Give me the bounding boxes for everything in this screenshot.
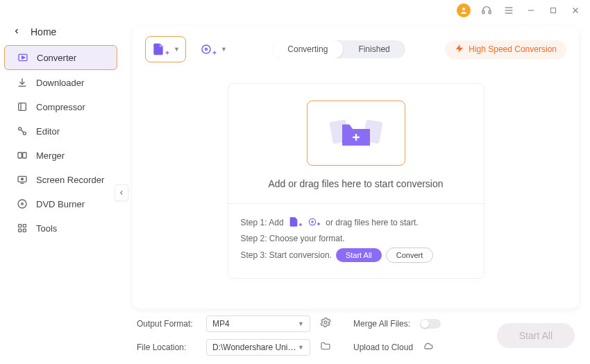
bottom-bar: Output Format: MP4 ▼ Merge All Files: Fi…	[133, 309, 579, 356]
downloader-icon	[17, 77, 28, 88]
output-format-value: MP4	[212, 319, 230, 329]
sidebar-item-label: Downloader	[36, 78, 84, 88]
sidebar-item-tools[interactable]: Tools	[4, 216, 117, 240]
start-all-mini-button[interactable]: Start All	[336, 248, 382, 262]
sidebar-item-downloader[interactable]: Downloader	[4, 71, 117, 94]
add-disc-mini-icon[interactable]	[307, 217, 321, 229]
sidebar-item-converter[interactable]: Converter	[4, 45, 117, 70]
sidebar-item-merger[interactable]: Merger	[4, 144, 117, 167]
start-all-button[interactable]: Start All	[497, 323, 575, 348]
sidebar-item-label: Tools	[36, 223, 57, 234]
merger-icon	[17, 150, 28, 161]
sidebar-item-label: Screen Recorder	[36, 175, 104, 185]
svg-point-43	[312, 220, 313, 222]
svg-rect-26	[23, 225, 26, 227]
add-file-mini-icon[interactable]	[288, 216, 303, 229]
svg-rect-1	[482, 11, 484, 14]
sidebar-item-screen-recorder[interactable]: Screen Recorder	[4, 168, 117, 191]
sidebar-item-label: Merger	[36, 150, 65, 161]
screen-recorder-icon	[17, 174, 28, 185]
sidebar-item-label: Compressor	[36, 102, 85, 112]
chevron-down-icon: ▼	[298, 344, 304, 351]
main: ▼ ▼ Converting Finished Hi	[121, 21, 590, 364]
chevron-down-icon: ▼	[174, 46, 180, 53]
drop-text: Add or drag files here to start conversi…	[242, 178, 470, 189]
sidebar-item-editor[interactable]: Editor	[4, 119, 117, 143]
steps: Step 1: Add or drag files here to start.	[228, 203, 484, 278]
output-format-select[interactable]: MP4 ▼	[206, 315, 310, 332]
sidebar-item-label: DVD Burner	[36, 199, 85, 209]
sidebar-item-label: Editor	[36, 126, 60, 137]
step1-text-b: or drag files here to start.	[326, 218, 418, 227]
svg-marker-11	[22, 56, 25, 59]
svg-point-21	[22, 178, 24, 180]
sidebar-collapse-handle[interactable]	[115, 184, 128, 201]
step1-text-a: Step 1: Add	[241, 218, 284, 227]
svg-rect-18	[23, 153, 26, 158]
back-arrow-icon[interactable]	[12, 27, 21, 37]
high-speed-conversion-badge[interactable]: High Speed Conversion	[445, 40, 566, 59]
hsc-label: High Speed Conversion	[469, 44, 557, 54]
home-label[interactable]: Home	[31, 26, 56, 37]
cloud-icon[interactable]	[423, 340, 434, 354]
converter-icon	[17, 52, 28, 63]
svg-rect-17	[18, 153, 22, 158]
sidebar-item-compressor[interactable]: Compressor	[4, 95, 117, 119]
svg-rect-27	[19, 229, 22, 232]
svg-rect-7	[551, 8, 556, 13]
avatar[interactable]	[457, 3, 471, 17]
titlebar	[0, 0, 590, 21]
svg-point-42	[309, 218, 315, 225]
chevron-down-icon: ▼	[298, 320, 304, 327]
lightning-icon	[455, 44, 464, 55]
svg-rect-28	[23, 229, 26, 232]
gear-icon[interactable]	[320, 317, 331, 331]
add-file-button[interactable]: ▼	[145, 36, 186, 62]
svg-marker-35	[456, 44, 464, 53]
dvd-burner-icon	[17, 198, 28, 209]
add-disc-button[interactable]: ▼	[194, 37, 233, 62]
svg-line-16	[21, 130, 24, 132]
svg-point-23	[18, 200, 26, 208]
convert-mini-button[interactable]: Convert	[386, 248, 434, 263]
merge-toggle[interactable]	[420, 319, 441, 329]
status-segmented: Converting Finished	[272, 40, 405, 58]
svg-rect-12	[19, 103, 26, 111]
drop-panel: Add or drag files here to start conversi…	[228, 83, 484, 279]
compressor-icon	[17, 101, 28, 112]
headset-icon[interactable]	[480, 4, 493, 17]
upload-label: Upload to Cloud	[353, 343, 413, 352]
step2-text: Step 2: Choose your format.	[241, 234, 345, 243]
close-icon[interactable]	[569, 4, 582, 17]
drop-zone[interactable]	[307, 101, 405, 166]
tab-finished[interactable]: Finished	[343, 40, 405, 58]
svg-point-32	[205, 49, 207, 51]
file-location-value: D:\Wondershare UniConverter 1	[212, 343, 298, 352]
tools-icon	[17, 223, 28, 234]
step3-text: Step 3: Start conversion.	[241, 250, 332, 260]
sidebar-item-label: Converter	[37, 53, 76, 63]
svg-point-31	[202, 45, 210, 53]
file-location-label: File Location:	[137, 343, 196, 352]
editor-icon	[17, 125, 28, 137]
svg-point-0	[462, 8, 465, 10]
chevron-down-icon: ▼	[221, 46, 227, 53]
tab-converting[interactable]: Converting	[272, 40, 343, 58]
folder-icon[interactable]	[320, 340, 331, 354]
sidebar: Home Converter Downloader Compressor Edi…	[0, 21, 121, 364]
merge-label: Merge All Files:	[353, 319, 410, 329]
sidebar-item-dvd-burner[interactable]: DVD Burner	[4, 192, 117, 216]
svg-point-46	[324, 321, 327, 324]
svg-rect-2	[489, 11, 491, 14]
file-location-select[interactable]: D:\Wondershare UniConverter 1 ▼	[206, 339, 310, 356]
svg-rect-25	[19, 225, 22, 227]
svg-point-24	[22, 203, 24, 205]
maximize-icon[interactable]	[547, 4, 559, 17]
output-format-label: Output Format:	[137, 319, 196, 329]
menu-icon[interactable]	[503, 4, 515, 17]
minimize-icon[interactable]	[525, 4, 537, 17]
